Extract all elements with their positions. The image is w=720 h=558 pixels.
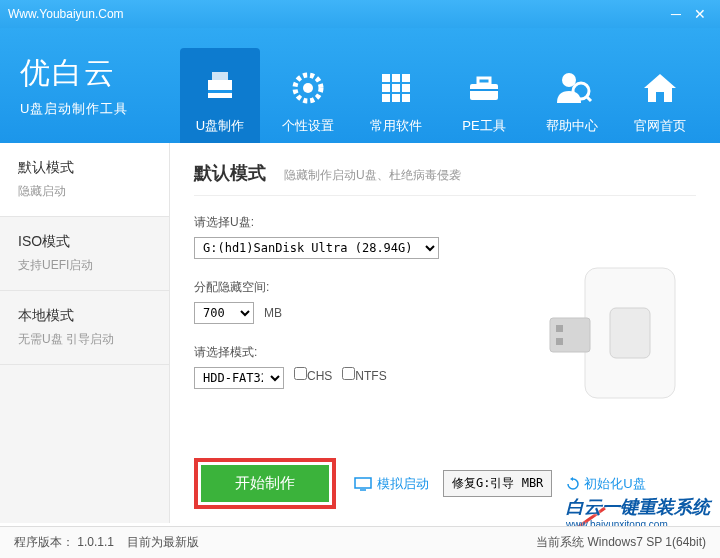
nav-usb-make[interactable]: U盘制作	[180, 48, 260, 143]
svg-rect-22	[556, 325, 563, 332]
space-select[interactable]: 700	[194, 302, 254, 324]
nav-pe-tools[interactable]: PE工具	[444, 48, 524, 143]
space-unit: MB	[264, 306, 282, 320]
usb-select-label: 请选择U盘:	[194, 214, 696, 231]
os-label: 当前系统	[536, 535, 584, 549]
nav-personalize[interactable]: 个性设置	[268, 48, 348, 143]
brand-name: 优白云	[20, 53, 170, 94]
sidebar-local-mode[interactable]: 本地模式 无需U盘 引导启动	[0, 291, 169, 365]
mode-select[interactable]: HDD-FAT32	[194, 367, 284, 389]
svg-rect-11	[382, 94, 390, 102]
latest-text: 目前为最新版	[127, 535, 199, 549]
nav-home[interactable]: 官网首页	[620, 48, 700, 143]
page-title: 默认模式	[194, 161, 266, 185]
brand-subtitle: U盘启动制作工具	[20, 100, 170, 118]
close-button[interactable]: ✕	[688, 5, 712, 23]
help-person-icon	[551, 63, 593, 113]
svg-rect-14	[470, 84, 498, 100]
chs-checkbox[interactable]: CHS	[294, 367, 332, 383]
svg-rect-2	[208, 90, 232, 93]
usb-icon	[200, 63, 240, 113]
svg-rect-15	[478, 78, 490, 84]
svg-rect-1	[212, 72, 228, 80]
simulate-launch-link[interactable]: 模拟启动	[354, 475, 429, 493]
page-subtitle: 隐藏制作启动U盘、杜绝病毒侵袭	[284, 167, 461, 184]
nav-help[interactable]: 帮助中心	[532, 48, 612, 143]
svg-line-19	[586, 96, 591, 101]
version-label: 程序版本：	[14, 535, 74, 549]
svg-rect-9	[392, 84, 400, 92]
home-icon	[640, 63, 680, 113]
primary-highlight: 开始制作	[194, 458, 336, 509]
start-make-button[interactable]: 开始制作	[201, 465, 329, 502]
repair-mbr-button[interactable]: 修复G:引导 MBR	[443, 470, 552, 497]
apps-grid-icon	[376, 63, 416, 113]
svg-rect-21	[550, 318, 590, 352]
title-url: Www.Youbaiyun.Com	[8, 7, 664, 21]
svg-rect-0	[208, 80, 232, 98]
gear-icon	[288, 63, 328, 113]
nav-software[interactable]: 常用软件	[356, 48, 436, 143]
version-value: 1.0.1.1	[77, 535, 114, 549]
svg-rect-12	[392, 94, 400, 102]
svg-point-4	[303, 83, 313, 93]
toolbox-icon	[464, 63, 504, 113]
minimize-button[interactable]: ─	[664, 5, 688, 23]
svg-rect-13	[402, 94, 410, 102]
svg-rect-16	[470, 89, 498, 91]
refresh-icon	[566, 477, 580, 491]
watermark: 白云一键重装系统 www.baiyunxitong.com	[566, 495, 710, 530]
monitor-icon	[354, 477, 372, 491]
svg-rect-23	[556, 338, 563, 345]
svg-rect-5	[382, 74, 390, 82]
svg-rect-10	[402, 84, 410, 92]
ntfs-checkbox[interactable]: NTFS	[342, 367, 386, 383]
usb-select[interactable]: G:(hd1)SanDisk Ultra (28.94G)	[194, 237, 439, 259]
usb-illustration	[540, 253, 700, 413]
sidebar-iso-mode[interactable]: ISO模式 支持UEFI启动	[0, 217, 169, 291]
svg-rect-8	[382, 84, 390, 92]
init-usb-link[interactable]: 初始化U盘	[566, 475, 645, 493]
svg-rect-24	[610, 308, 650, 358]
os-value: Windows7 SP 1(64bit)	[588, 535, 707, 549]
brand: 优白云 U盘启动制作工具	[0, 28, 170, 143]
svg-rect-7	[402, 74, 410, 82]
svg-rect-25	[355, 478, 371, 488]
svg-rect-6	[392, 74, 400, 82]
sidebar-default-mode[interactable]: 默认模式 隐藏启动	[0, 143, 169, 217]
